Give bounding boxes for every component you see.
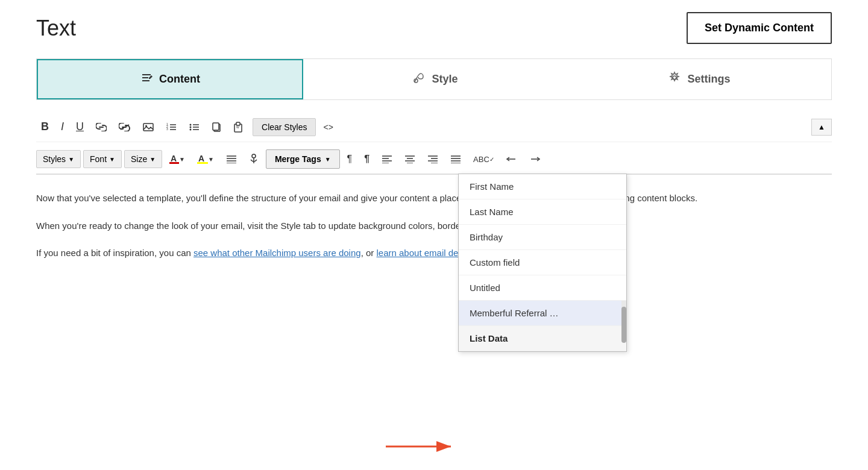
- redo-button[interactable]: [524, 151, 545, 167]
- text-highlight-button[interactable]: A ▼: [192, 150, 219, 168]
- svg-text:W: W: [236, 125, 239, 129]
- svg-point-35: [252, 154, 256, 158]
- size-dropdown-arrow: ▼: [149, 156, 156, 163]
- merge-tag-custom-field[interactable]: Custom field: [459, 250, 626, 275]
- font-label: Font: [90, 154, 107, 164]
- merge-tag-list-data[interactable]: List Data: [459, 326, 626, 351]
- unlink-button[interactable]: [114, 119, 136, 135]
- justify-button[interactable]: [221, 151, 242, 167]
- svg-rect-23: [213, 123, 219, 130]
- merge-tags-dropdown-menu: First Name Last Name Birthday Custom fie…: [458, 174, 627, 352]
- settings-tab-label: Settings: [687, 73, 730, 86]
- svg-rect-8: [143, 124, 153, 131]
- svg-rect-30: [197, 162, 208, 164]
- content-tab-icon: [140, 71, 153, 87]
- rtl-button[interactable]: [502, 151, 522, 167]
- page-title: Text: [36, 16, 76, 41]
- copy-button[interactable]: [207, 118, 226, 136]
- size-label: Size: [131, 154, 147, 164]
- settings-tab-icon: [668, 71, 681, 87]
- svg-text:A: A: [198, 154, 204, 163]
- font-dropdown[interactable]: Font ▼: [83, 150, 122, 168]
- font-color-button[interactable]: A ▼: [165, 150, 190, 168]
- arrow-indicator: [386, 437, 458, 460]
- merge-tag-untitled[interactable]: Untitled: [459, 275, 626, 301]
- justify-all-button[interactable]: [445, 151, 466, 167]
- paste-button[interactable]: W: [228, 118, 248, 136]
- clear-styles-button[interactable]: Clear Styles: [253, 118, 316, 136]
- content-paragraph-2: When you're ready to change the look of …: [36, 218, 760, 234]
- styles-dropdown-arrow: ▼: [68, 156, 74, 163]
- content-area: Now that you've selected a template, you…: [36, 184, 832, 279]
- svg-point-20: [190, 126, 192, 128]
- ordered-list-button[interactable]: 1 2 3: [161, 119, 181, 136]
- styles-label: Styles: [43, 154, 66, 164]
- toolbar-row1: B I U: [36, 112, 832, 142]
- merge-tags-dropdown-arrow: ▼: [325, 156, 331, 163]
- link-button[interactable]: [91, 119, 112, 135]
- styles-dropdown[interactable]: Styles ▼: [36, 150, 81, 168]
- set-dynamic-content-button[interactable]: Set Dynamic Content: [687, 12, 832, 44]
- svg-text:3: 3: [166, 127, 168, 131]
- font-dropdown-arrow: ▼: [109, 156, 115, 163]
- svg-rect-28: [169, 162, 179, 164]
- align-left-button[interactable]: [377, 151, 397, 167]
- svg-point-19: [190, 124, 192, 125]
- style-tab-label: Style: [432, 73, 458, 86]
- tab-style[interactable]: Style: [303, 59, 567, 99]
- paragraph-mark-button[interactable]: ¶: [342, 150, 357, 168]
- svg-point-21: [190, 128, 192, 130]
- size-dropdown[interactable]: Size ▼: [124, 150, 162, 168]
- underline-button[interactable]: U: [71, 117, 89, 137]
- merge-tag-memberful-referral[interactable]: Memberful Referral …: [459, 301, 626, 326]
- content-tab-label: Content: [159, 73, 200, 86]
- svg-text:A: A: [171, 154, 177, 163]
- content-paragraph-1: Now that you've selected a template, you…: [36, 190, 760, 206]
- code-button[interactable]: <>: [318, 119, 338, 136]
- anchor-button[interactable]: [244, 150, 263, 168]
- tab-bar: Content Style Settings: [36, 58, 832, 100]
- collapse-toolbar-button[interactable]: ▲: [811, 119, 832, 136]
- tab-content[interactable]: Content: [37, 59, 303, 99]
- merge-tag-last-name[interactable]: Last Name: [459, 199, 626, 225]
- spellcheck-button[interactable]: ABC ✓: [468, 151, 499, 168]
- tab-settings[interactable]: Settings: [567, 59, 831, 99]
- merge-tag-first-name[interactable]: First Name: [459, 174, 626, 199]
- dropdown-scrollbar: [621, 301, 626, 325]
- content-paragraph-3: If you need a bit of inspiration, you ca…: [36, 245, 760, 261]
- align-right-button[interactable]: [423, 151, 443, 167]
- merge-tags-dropdown-button[interactable]: Merge Tags ▼: [266, 149, 340, 169]
- image-button[interactable]: [138, 119, 159, 136]
- header: Text Set Dynamic Content: [36, 12, 832, 44]
- toolbar-row2: Styles ▼ Font ▼ Size ▼ A ▼ A ▼: [36, 145, 832, 175]
- pilcrow-button[interactable]: ¶: [359, 150, 374, 168]
- merge-tags-label: Merge Tags: [275, 154, 321, 164]
- bold-button[interactable]: B: [36, 117, 54, 137]
- merge-tag-birthday[interactable]: Birthday: [459, 225, 626, 250]
- align-center-button[interactable]: [400, 151, 420, 167]
- mailchimp-users-link[interactable]: see what other Mailchimp users are doing: [193, 248, 361, 258]
- italic-button[interactable]: I: [56, 117, 69, 137]
- style-tab-icon: [412, 71, 426, 87]
- unordered-list-button[interactable]: [184, 119, 204, 136]
